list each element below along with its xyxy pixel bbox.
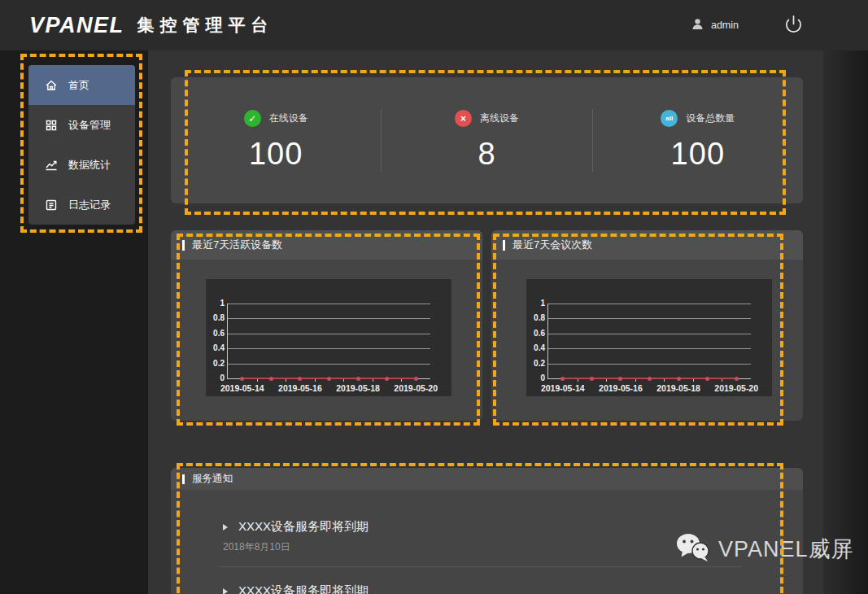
- watermark-text: VPANEL威屏: [718, 535, 854, 564]
- header-right-group: admin: [691, 15, 803, 37]
- grid-icon: [45, 119, 58, 132]
- notice-title: 服务通知: [192, 472, 233, 486]
- stats-summary-card: ✓ 在线设备 100 × 离线设备 8 all 设备总数量 100: [171, 77, 803, 203]
- sidebar-item-label: 首页: [68, 78, 89, 93]
- stat-value: 8: [478, 137, 495, 172]
- x-circle-icon: ×: [455, 110, 472, 127]
- page-title: 集控管理平台: [137, 14, 274, 37]
- logout-button[interactable]: [784, 15, 803, 37]
- stat-label: 在线设备: [269, 111, 308, 125]
- stat-header: ✓ 在线设备: [244, 110, 308, 127]
- chart-body: 00.20.40.60.812019-05-142019-05-162019-0…: [171, 260, 482, 421]
- notice-item-text: XXXX设备服务即将到期: [238, 519, 369, 535]
- right-edge-shade: [823, 50, 868, 594]
- line-chart-icon: [45, 159, 58, 172]
- sidebar-item-log-records[interactable]: 日志记录: [28, 185, 135, 225]
- chart-card-meetings: 最近7天会议次数 00.20.40.60.812019-05-142019-05…: [491, 230, 803, 421]
- chart-title: 最近7天会议次数: [513, 238, 592, 252]
- stat-total-devices: all 设备总数量 100: [593, 77, 803, 203]
- chart-body: 00.20.40.60.812019-05-142019-05-162019-0…: [491, 260, 803, 421]
- check-circle-icon: ✓: [244, 110, 261, 127]
- chart-plot: 00.20.40.60.812019-05-142019-05-162019-0…: [526, 279, 772, 396]
- service-notice-card: 服务通知 XXXX设备服务即将到期 2018年8月10日 XXXX设备服务即将到…: [171, 468, 803, 594]
- log-document-icon: [45, 199, 58, 212]
- arrow-right-icon: [223, 588, 228, 594]
- chart-card-header: 最近7天会议次数: [491, 230, 803, 260]
- sidebar-item-label: 设备管理: [68, 118, 111, 133]
- stat-value: 100: [671, 137, 725, 172]
- user-menu[interactable]: admin: [691, 17, 739, 34]
- sidebar-item-label: 数据统计: [68, 158, 111, 173]
- all-circle-icon: all: [661, 110, 678, 127]
- top-header: VPANEL 集控管理平台 admin: [0, 0, 868, 50]
- arrow-right-icon: [223, 524, 228, 531]
- wechat-watermark: VPANEL威屏: [675, 532, 854, 566]
- sidebar: 首页 设备管理 数据统计 日志记录: [28, 65, 135, 225]
- notice-item-title-row: XXXX设备服务即将到期: [223, 583, 803, 594]
- power-icon: [784, 15, 803, 37]
- chart-card-header: 最近7天活跃设备数: [171, 230, 482, 260]
- chart-card-active-devices: 最近7天活跃设备数 00.20.40.60.812019-05-142019-0…: [171, 230, 482, 421]
- sidebar-item-label: 日志记录: [68, 198, 111, 212]
- chart-plot: 00.20.40.60.812019-05-142019-05-162019-0…: [206, 279, 451, 396]
- sidebar-item-data-statistics[interactable]: 数据统计: [28, 145, 135, 185]
- title-marker: [182, 474, 185, 484]
- username-label: admin: [711, 20, 739, 31]
- sidebar-item-device-management[interactable]: 设备管理: [28, 105, 135, 145]
- screen: VPANEL 集控管理平台 admin 首页: [0, 0, 868, 594]
- stat-header: × 离线设备: [455, 110, 519, 127]
- user-icon: [691, 17, 704, 34]
- sidebar-item-home[interactable]: 首页: [28, 65, 135, 105]
- stat-offline-devices: × 离线设备 8: [382, 77, 591, 203]
- notice-list-item[interactable]: XXXX设备服务即将到期 2018年8月10日: [171, 567, 803, 594]
- title-marker: [182, 240, 185, 251]
- stat-label: 设备总数量: [686, 111, 735, 125]
- wechat-icon: [675, 532, 711, 566]
- notice-card-header: 服务通知: [171, 468, 803, 490]
- stat-value: 100: [249, 137, 303, 172]
- chart-title: 最近7天活跃设备数: [192, 238, 282, 252]
- stat-label: 离线设备: [480, 111, 519, 125]
- title-marker: [503, 240, 505, 251]
- stat-header: all 设备总数量: [661, 110, 735, 127]
- notice-item-text: XXXX设备服务即将到期: [238, 583, 369, 594]
- brand-logo: VPANEL: [29, 13, 124, 38]
- stat-online-devices: ✓ 在线设备 100: [171, 77, 381, 203]
- home-icon: [45, 79, 58, 92]
